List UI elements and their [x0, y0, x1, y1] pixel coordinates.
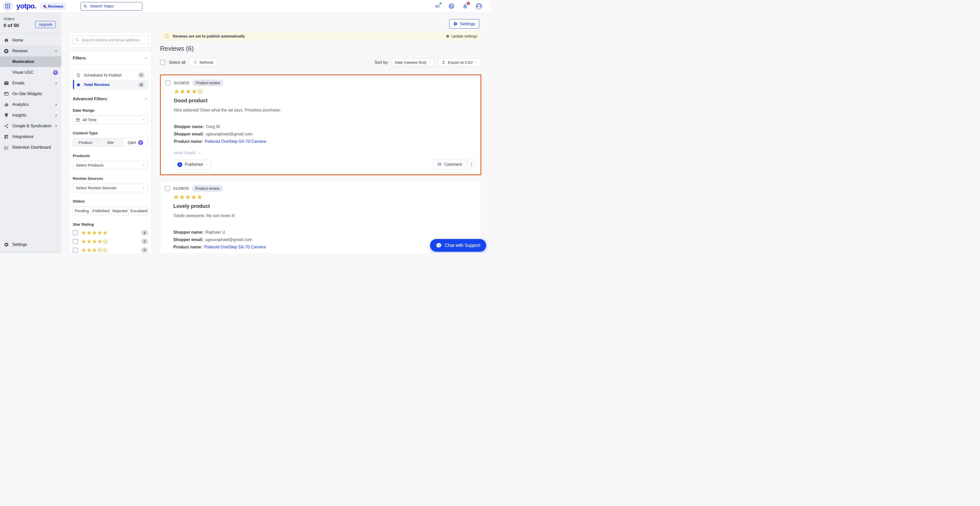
sidebar-item-emails[interactable]: Emails: [0, 78, 61, 89]
notifications-button[interactable]: 1: [462, 3, 468, 10]
online-dot: [439, 2, 442, 5]
help-button[interactable]: ?: [448, 3, 455, 10]
svg-text:?: ?: [450, 4, 453, 8]
sidebar-item-home[interactable]: Home: [0, 35, 61, 46]
sort-select[interactable]: Date (newest first): [392, 58, 434, 67]
status-published-button[interactable]: Published: [92, 206, 110, 215]
avatar-icon: [476, 3, 482, 10]
sidebar-item-settings[interactable]: Settings: [0, 240, 61, 249]
update-settings-link[interactable]: Update settings: [446, 34, 477, 38]
line-chart-icon: [3, 145, 9, 150]
review-type-badge: Product review: [192, 185, 223, 192]
date-range-select[interactable]: All Time: [73, 116, 148, 124]
export-csv-button[interactable]: Export to CSV: [438, 58, 481, 67]
sidebar-item-moderation[interactable]: Moderation: [0, 56, 61, 67]
products-select[interactable]: Select Products: [73, 161, 148, 169]
grid-icon: [5, 4, 10, 8]
gear-icon: [446, 35, 449, 38]
star-5-count-badge: 4: [141, 230, 148, 235]
review-sources-select[interactable]: Select Review Sources: [73, 184, 148, 192]
content-type-qa[interactable]: Q&A: [123, 138, 148, 146]
products-label: Products: [73, 154, 148, 158]
review-1-checkbox[interactable]: [165, 80, 170, 86]
review-2-checkbox[interactable]: [165, 186, 170, 191]
scheduled-count-badge: 0: [138, 73, 145, 78]
chevron-right-icon: [54, 82, 58, 85]
help-icon: ?: [448, 3, 455, 10]
content-type-segmented: Product Site Q&A: [73, 138, 148, 147]
sidebar-item-analytics[interactable]: Analytics: [0, 99, 61, 110]
caret-down-icon: [142, 164, 145, 167]
collapse-filters-button[interactable]: [145, 56, 148, 60]
app-launcher-button[interactable]: [3, 1, 13, 11]
sidebar-item-insights[interactable]: Insights: [0, 110, 61, 121]
comment-button[interactable]: Comment: [433, 160, 466, 169]
star-filled-icon: [92, 230, 97, 235]
chat-icon: [436, 243, 442, 248]
content-type-product[interactable]: Product: [73, 138, 98, 146]
filters-heading: Filters:: [73, 56, 87, 60]
caret-down-icon: [142, 118, 145, 121]
filter-scheduled-to-publish[interactable]: Scheduled To Publish 0: [73, 70, 148, 80]
status-escalated-button[interactable]: Escalated: [130, 206, 148, 215]
more-actions-button[interactable]: [468, 160, 476, 169]
chat-with-support-button[interactable]: Chat with Support: [430, 239, 486, 252]
lightbulb-icon: [3, 113, 9, 118]
select-all-checkbox[interactable]: [160, 60, 165, 65]
star-filter-row-4: 2: [73, 239, 148, 244]
filter-total-reviews[interactable]: Total Reviews 6: [73, 80, 148, 89]
page-settings-button[interactable]: Settings: [449, 19, 479, 29]
orders-label: Orders: [3, 17, 58, 21]
star-5-checkbox[interactable]: [73, 230, 78, 235]
status-pending-button[interactable]: Pending: [73, 206, 91, 215]
sidebar-item-on-site-widgets[interactable]: On-Site Widgets: [0, 89, 61, 99]
star-filled-icon: [191, 194, 197, 200]
product-name-row: Product name:Polaroid OneStep SX-70 Came…: [174, 139, 476, 144]
star-filled-icon: [191, 89, 197, 94]
comment-icon: [437, 162, 442, 167]
sidebar-item-retention-dashboard[interactable]: Retention Dashboard: [0, 142, 61, 153]
chevron-right-icon: [54, 103, 58, 106]
refresh-button[interactable]: Refresh: [189, 58, 217, 67]
star-3-checkbox[interactable]: [73, 247, 78, 253]
refresh-icon: [193, 60, 197, 65]
star-filled-icon: [81, 230, 86, 235]
whats-new-button[interactable]: [434, 3, 441, 10]
product-switcher-chip[interactable]: Reviews: [40, 3, 66, 10]
filters-column: Search content and email address Filters…: [69, 31, 151, 253]
sidebar-item-integrations[interactable]: Integrations: [0, 131, 61, 142]
product-link[interactable]: Polaroid OneStep SX-70 Camera: [204, 244, 266, 249]
review-status-button[interactable]: Published: [174, 160, 211, 169]
account-button[interactable]: [476, 3, 482, 10]
upgrade-button[interactable]: Upgrade: [35, 21, 56, 28]
shopper-name-row: Shopper name:Raphael U.: [173, 230, 476, 235]
sidebar-bottom-divider: [0, 253, 61, 253]
content-type-site[interactable]: Site: [98, 138, 123, 146]
star-filled-icon: [86, 247, 92, 253]
sidebar-item-google-syndication[interactable]: Google & Syndication: [0, 121, 61, 131]
star-filled-icon: [103, 230, 108, 235]
gear-icon: [453, 22, 458, 26]
total-reviews-count-badge: 6: [138, 82, 145, 87]
star-filled-icon: [92, 247, 97, 253]
chevron-right-icon: [54, 124, 58, 128]
status-rejected-button[interactable]: Rejected: [111, 206, 129, 215]
review-body: Nice polaroid! Does what the ad says. Pr…: [174, 108, 476, 113]
star-filter-row-5: 4: [73, 230, 148, 235]
collapse-advanced-filters-button[interactable]: [145, 97, 148, 101]
content-search-placeholder: Search content and email address: [81, 38, 140, 42]
sidebar-item-reviews[interactable]: Reviews: [0, 46, 61, 56]
more-details-link[interactable]: More Details: [174, 151, 476, 155]
caret-down-icon: [142, 186, 145, 189]
quick-filter-group: Scheduled To Publish 0 Total Reviews 6: [73, 70, 148, 89]
product-link[interactable]: Polaroid OneStep SX-70 Camera: [205, 139, 266, 144]
gear-icon: [3, 242, 9, 247]
status-filter-row: Pending Published Rejected Escalated: [73, 206, 148, 215]
content-search-input[interactable]: Search content and email address: [72, 35, 148, 44]
global-search-input[interactable]: Search Yotpo: [80, 2, 142, 11]
reviews-column: Reviews are set to publish automatically…: [160, 31, 481, 253]
star-filled-icon: [173, 194, 179, 200]
sidebar-item-visual-ugc[interactable]: Visual UGC: [0, 67, 61, 78]
banner-text: Reviews are set to publish automatically: [173, 34, 245, 38]
star-4-checkbox[interactable]: [73, 239, 78, 244]
